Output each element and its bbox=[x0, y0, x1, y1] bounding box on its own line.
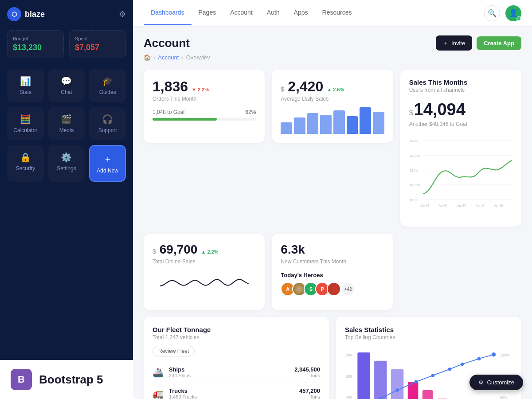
add-new-icon: ＋ bbox=[103, 153, 112, 165]
bar-5 bbox=[333, 110, 345, 134]
spent-card: Spent $7,057 bbox=[69, 30, 126, 58]
top-nav-right: 🔍 👤 bbox=[484, 5, 521, 21]
fleet-item-trucks: 🚛 Trucks 1,460 Trucks 457,200 Tons bbox=[153, 383, 320, 399]
breadcrumb-account[interactable]: Account bbox=[158, 54, 179, 61]
trucks-sub: 1,460 Trucks bbox=[169, 394, 197, 399]
sidebar-item-guides[interactable]: 🎓 Guides bbox=[89, 69, 126, 102]
hero-count: +42 bbox=[341, 282, 355, 296]
fleet-item-ships: 🚢 Ships 234 Ships 2,345,500 Tons bbox=[153, 362, 320, 383]
invite-button[interactable]: ＋ Invite bbox=[436, 35, 472, 51]
breadcrumb: 🏠 › Account › Overwiev bbox=[144, 54, 521, 61]
sidebar-header: ⬡ blaze ⚙ bbox=[7, 7, 126, 21]
orders-label: Orders This Month bbox=[153, 96, 256, 102]
svg-text:600: 600 bbox=[346, 374, 352, 379]
nav-apps[interactable]: Apps bbox=[287, 1, 315, 25]
svg-text:$13.5K: $13.5K bbox=[410, 183, 420, 187]
bootstrap-text: Bootstrap 5 bbox=[39, 373, 103, 387]
create-app-button[interactable]: Create App bbox=[477, 36, 521, 50]
daily-sales-chart bbox=[281, 107, 384, 134]
svg-text:100%: 100% bbox=[500, 353, 510, 357]
online-sales-value: 69,700 bbox=[160, 243, 198, 257]
add-new-label: Add New bbox=[97, 168, 118, 174]
budget-label: Budget bbox=[13, 36, 58, 41]
settings-label: Settings bbox=[57, 165, 76, 172]
svg-rect-25 bbox=[391, 369, 403, 399]
calculator-icon: 🧮 bbox=[20, 114, 31, 125]
trucks-unit: Tons bbox=[299, 394, 320, 399]
orders-progress-fill bbox=[153, 118, 217, 121]
ships-info: Ships 234 Ships bbox=[169, 366, 191, 378]
svg-point-37 bbox=[461, 363, 464, 366]
customize-icon: ⚙ bbox=[478, 379, 484, 386]
stats-label: Stats bbox=[20, 89, 31, 95]
chat-icon: 💬 bbox=[61, 76, 72, 86]
customers-label: New Customers This Month bbox=[281, 258, 384, 265]
support-label: Support bbox=[98, 127, 117, 133]
daily-sales-label: Average Daily Sales bbox=[281, 96, 384, 102]
sales-month-card: Sales This Months Users from all channel… bbox=[400, 70, 521, 227]
page-actions: ＋ Invite Create App bbox=[436, 35, 521, 51]
sales-month-chart-svg: $24K $20.5K $17K $13.5K $10K bbox=[409, 127, 512, 216]
sales-month-placeholder bbox=[400, 234, 521, 310]
search-button[interactable]: 🔍 bbox=[484, 5, 500, 21]
ships-unit: Tons bbox=[294, 373, 320, 378]
sidebar-item-chat[interactable]: 💬 Chat bbox=[48, 69, 85, 102]
customers-value: 6.3k bbox=[281, 243, 384, 257]
media-label: Media bbox=[59, 127, 74, 133]
customize-button[interactable]: ⚙ Customize bbox=[469, 375, 523, 390]
sidebar-item-calculator[interactable]: 🧮 Calculator bbox=[7, 107, 44, 141]
nav-pages[interactable]: Pages bbox=[192, 1, 223, 25]
svg-text:Apr 16: Apr 16 bbox=[494, 204, 503, 207]
nav-dashboards[interactable]: Dashboards bbox=[144, 1, 192, 25]
svg-point-36 bbox=[448, 368, 451, 371]
sidebar-item-security[interactable]: 🔒 Security bbox=[7, 145, 44, 182]
bar-2 bbox=[294, 117, 305, 134]
svg-point-34 bbox=[415, 380, 418, 383]
logo-area: ⬡ blaze bbox=[7, 7, 45, 21]
nav-resources[interactable]: Resources bbox=[315, 1, 359, 25]
svg-point-35 bbox=[431, 374, 435, 377]
page-content: Account ＋ Invite Create App 🏠 › Account … bbox=[133, 27, 532, 399]
bar-8 bbox=[373, 112, 384, 134]
bootstrap-icon: B bbox=[11, 369, 32, 390]
customers-card: 6.3k New Customers This Month Today's He… bbox=[272, 234, 393, 310]
trucks-info: Trucks 1,460 Trucks bbox=[169, 387, 197, 399]
bar-7 bbox=[360, 107, 371, 134]
trucks-icon: 🚛 bbox=[153, 388, 164, 399]
fleet-title: Our Fleet Tonnage bbox=[153, 326, 320, 333]
main-content: Dashboards Pages Account Auth Apps Resou… bbox=[133, 0, 532, 399]
nav-auth[interactable]: Auth bbox=[260, 1, 287, 25]
page-title: Account bbox=[144, 36, 190, 50]
sidebar-item-support[interactable]: 🎧 Support bbox=[89, 107, 126, 141]
online-sales-change: ▲ 2.2% bbox=[201, 249, 218, 254]
sales-stats-sub: Top Selling Countries bbox=[345, 334, 512, 340]
spent-label: Spent bbox=[75, 36, 120, 41]
user-avatar[interactable]: 👤 bbox=[505, 5, 521, 21]
review-fleet-button[interactable]: Review Fleet bbox=[153, 346, 195, 356]
sidebar-item-add-new[interactable]: ＋ Add New bbox=[89, 145, 126, 182]
page-header: Account ＋ Invite Create App bbox=[144, 35, 521, 51]
orders-progress-section: 1,048 to Goal 62% bbox=[153, 109, 256, 121]
nav-account[interactable]: Account bbox=[223, 1, 260, 25]
sales-month-title: Sales This Months bbox=[409, 78, 512, 86]
logo-text: blaze bbox=[25, 10, 45, 19]
bar-3 bbox=[307, 113, 319, 134]
sidebar: ⬡ blaze ⚙ Budget $13,230 Spent $7,057 📊 … bbox=[0, 0, 133, 399]
bar-1 bbox=[281, 122, 292, 134]
sidebar-item-settings[interactable]: ⚙️ Settings bbox=[48, 145, 85, 182]
daily-sales-change: ▲ 2.6% bbox=[327, 87, 344, 92]
sidebar-menu-icon[interactable]: ⚙ bbox=[119, 9, 126, 19]
bottom-section: Our Fleet Tonnage Total 1,247 vehicles R… bbox=[144, 317, 521, 399]
orders-change: ▼ 2.2% bbox=[192, 87, 209, 92]
online-sales-chart bbox=[153, 268, 256, 299]
stats-icon: 📊 bbox=[20, 76, 31, 86]
online-sales-label: Total Online Sales bbox=[153, 258, 256, 265]
svg-text:Apr 10: Apr 10 bbox=[457, 204, 466, 207]
sidebar-item-media[interactable]: 🎬 Media bbox=[48, 107, 85, 141]
sidebar-item-stats[interactable]: 📊 Stats bbox=[7, 69, 44, 102]
invite-label: Invite bbox=[451, 40, 465, 47]
media-icon: 🎬 bbox=[61, 114, 72, 125]
svg-text:$17K: $17K bbox=[410, 168, 418, 172]
budget-value: $13,230 bbox=[13, 43, 58, 52]
security-label: Security bbox=[16, 165, 35, 172]
